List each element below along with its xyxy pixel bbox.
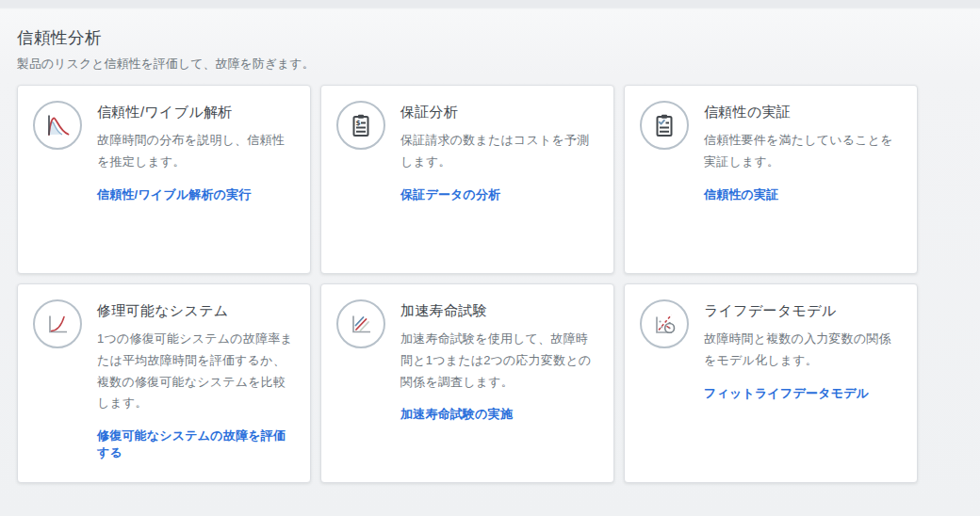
analysis-card: 加速寿命試験 加速寿命試験を使用して、故障時間と1つまたは2つの応力変数との関係… [320, 283, 614, 483]
demonstration-checklist-icon [640, 101, 689, 150]
life-data-model-icon [640, 299, 689, 348]
analysis-card: $ 保証分析 保証請求の数またはコストを予測します。 保証データの分析 [320, 85, 614, 274]
card-title: 加速寿命試験 [400, 302, 598, 320]
accelerated-life-test-icon [336, 299, 385, 348]
card-description: 加速寿命試験を使用して、故障時間と1つまたは2つの応力変数との関係を調査します。 [400, 329, 598, 393]
card-title: ライフデータモデル [704, 302, 902, 320]
card-action-link[interactable]: 信頼性/ワイブル解析の実行 [97, 186, 252, 203]
card-title: 保証分析 [400, 104, 598, 121]
card-description: 保証請求の数またはコストを予測します。 [400, 130, 598, 173]
card-action-link[interactable]: 修復可能なシステムの故障を評価する [97, 427, 295, 461]
card-action-link[interactable]: 保証データの分析 [400, 186, 501, 203]
card-action-link[interactable]: フィットライフデータモデル [704, 385, 869, 402]
repairable-system-curve-icon [33, 299, 82, 348]
card-description: 故障時間と複数の入力変数の関係をモデル化します。 [704, 329, 902, 372]
weibull-distribution-icon [33, 101, 82, 150]
analysis-card: 信頼性/ワイブル解析 故障時間の分布を説明し、信頼性を推定します。 信頼性/ワイ… [17, 85, 311, 274]
card-title: 修理可能なシステム [97, 302, 295, 320]
card-action-link[interactable]: 信頼性の実証 [704, 186, 779, 203]
card-description: 故障時間の分布を説明し、信頼性を推定します。 [97, 130, 295, 173]
analysis-card: ライフデータモデル 故障時間と複数の入力変数の関係をモデル化します。 フィットラ… [624, 283, 918, 483]
card-title: 信頼性の実証 [704, 104, 902, 121]
svg-text:$: $ [356, 119, 361, 127]
analysis-card: 修理可能なシステム 1つの修復可能システムの故障率または平均故障時間を評価するか… [17, 283, 311, 483]
card-description: 信頼性要件を満たしていることを実証します。 [704, 130, 902, 173]
page-title: 信頼性分析 [17, 26, 963, 49]
card-title: 信頼性/ワイブル解析 [97, 104, 295, 121]
card-description: 1つの修復可能システムの故障率または平均故障時間を評価するか、複数の修復可能なシ… [97, 329, 295, 414]
reliability-analysis-page: 信頼性分析 製品のリスクと信頼性を評価して、故障を防ぎます。 信頼性/ワイブル解… [0, 0, 980, 516]
card-action-link[interactable]: 加速寿命試験の実施 [400, 406, 513, 423]
analysis-card: 信頼性の実証 信頼性要件を満たしていることを実証します。 信頼性の実証 [624, 85, 918, 274]
warranty-cost-clipboard-icon: $ [336, 101, 385, 150]
page-subtitle: 製品のリスクと信頼性を評価して、故障を防ぎます。 [17, 56, 963, 73]
page-header: 信頼性分析 製品のリスクと信頼性を評価して、故障を防ぎます。 [0, 0, 980, 73]
analysis-cards-grid: 信頼性/ワイブル解析 故障時間の分布を説明し、信頼性を推定します。 信頼性/ワイ… [17, 85, 918, 483]
